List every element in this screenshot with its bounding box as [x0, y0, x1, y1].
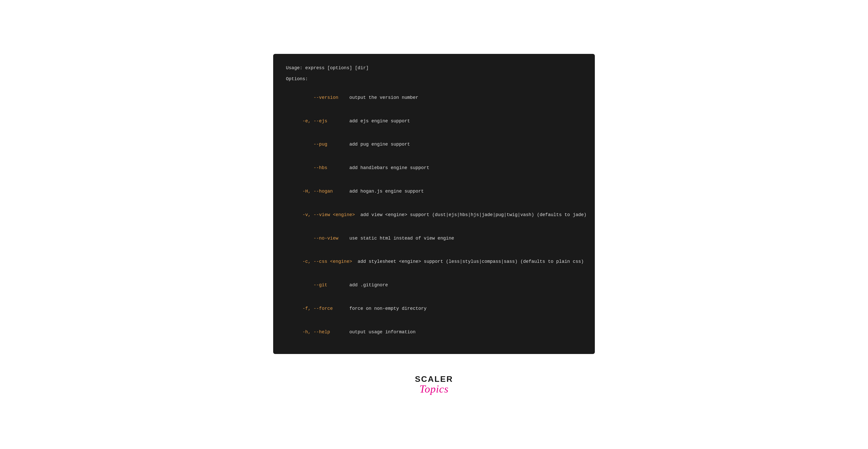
options-list: --version output the version number -e, … — [286, 86, 582, 344]
logo-scaler: SCALER — [415, 375, 453, 384]
flag-hogan: -H, --hogan — [303, 189, 333, 194]
flag-force: -f, --force — [303, 306, 333, 311]
flag-no-view: --no-view — [303, 236, 338, 241]
flag-pug: --pug — [303, 142, 327, 147]
logo-container: SCALER Topics — [415, 375, 453, 395]
option-pug: --pug add pug engine support — [286, 133, 582, 156]
option-css: -c, --css <engine> add stylesheet <engin… — [286, 250, 582, 273]
flag-hbs: --hbs — [303, 165, 327, 170]
option-view: -v, --view <engine> add view <engine> su… — [286, 203, 582, 227]
option-git: --git add .gitignore — [286, 273, 582, 297]
flag-help: -h, --help — [303, 329, 330, 335]
flag-git: --git — [303, 282, 327, 288]
option-help: -h, --help output usage information — [286, 320, 582, 344]
flag-css: -c, --css <engine> — [303, 259, 352, 264]
option-no-view: --no-view use static html instead of vie… — [286, 227, 582, 250]
logo-topics: Topics — [420, 383, 448, 395]
flag-view: -v, --view <engine> — [303, 212, 355, 217]
flag-version: --version — [303, 95, 338, 100]
usage-line: Usage: express [options] [dir] — [286, 64, 582, 72]
option-version: --version output the version number — [286, 86, 582, 109]
flag-ejs: -e, --ejs — [303, 119, 327, 124]
option-hbs: --hbs add handlebars engine support — [286, 156, 582, 180]
terminal-block: Usage: express [options] [dir] Options: … — [273, 54, 595, 354]
option-force: -f, --force force on non-empty directory — [286, 297, 582, 320]
option-hogan: -H, --hogan add hogan.js engine support — [286, 180, 582, 203]
option-ejs: -e, --ejs add ejs engine support — [286, 109, 582, 133]
options-header: Options: — [286, 75, 582, 83]
